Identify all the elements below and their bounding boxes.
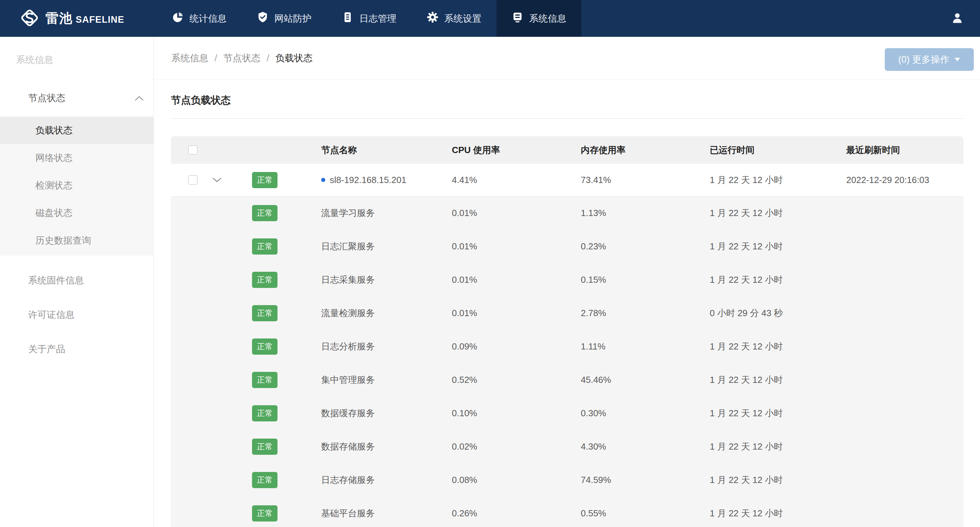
breadcrumb-separator: / bbox=[215, 53, 217, 64]
service-mem: 0.23% bbox=[581, 241, 710, 252]
service-uptime: 1 月 22 天 12 小时 bbox=[710, 207, 846, 219]
service-uptime: 1 月 22 天 12 小时 bbox=[710, 407, 846, 419]
nav-menu: 统计信息 网站防护 日志管理 bbox=[157, 0, 581, 37]
expand-toggle[interactable] bbox=[210, 177, 224, 183]
service-row: 正常 日志分析服务 0.09% 1.11% 1 月 22 天 12 小时 bbox=[171, 330, 964, 363]
breadcrumb-separator: / bbox=[267, 53, 270, 64]
service-name: 数据存储服务 bbox=[321, 441, 452, 453]
nav-item-statistics[interactable]: 统计信息 bbox=[157, 0, 242, 37]
service-name: 日志汇聚服务 bbox=[321, 240, 452, 253]
service-uptime: 1 月 22 天 12 小时 bbox=[710, 507, 846, 519]
service-uptime: 1 月 22 天 12 小时 bbox=[710, 274, 846, 286]
status-badge: 正常 bbox=[252, 205, 277, 221]
service-name: 数据缓存服务 bbox=[321, 407, 452, 419]
chevron-up-icon bbox=[135, 93, 144, 103]
service-uptime: 1 月 22 天 12 小时 bbox=[710, 474, 846, 486]
service-cpu: 0.52% bbox=[452, 375, 581, 385]
page-title: 节点负载状态 bbox=[171, 94, 964, 107]
nav-item-label: 系统设置 bbox=[444, 13, 481, 25]
nav-item-label: 日志管理 bbox=[360, 13, 396, 25]
sidebar-subitem[interactable]: 负载状态 bbox=[0, 116, 153, 144]
service-cpu: 0.08% bbox=[452, 475, 581, 486]
service-uptime: 1 月 22 天 12 小时 bbox=[710, 341, 846, 353]
service-cpu: 0.01% bbox=[452, 308, 581, 318]
breadcrumb-current: 负载状态 bbox=[275, 52, 313, 64]
service-uptime: 1 月 22 天 12 小时 bbox=[710, 441, 846, 453]
sidebar-group-node-status[interactable]: 节点状态 bbox=[0, 88, 153, 108]
system-monitor-icon bbox=[512, 11, 523, 25]
sidebar-subitem[interactable]: 历史数据查询 bbox=[0, 227, 153, 254]
node-load-table: 节点名称 CPU 使用率 内存使用率 已运行时间 最近刷新时间 正常 bbox=[171, 136, 964, 527]
content-body: 节点负载状态 节点名称 CPU 使用率 内存使用率 已运行时间 最近刷新时间 bbox=[154, 94, 980, 527]
node-row-checkbox[interactable] bbox=[188, 175, 198, 185]
status-badge: 正常 bbox=[252, 439, 277, 455]
service-name: 基础平台服务 bbox=[321, 507, 452, 519]
service-mem: 0.15% bbox=[581, 274, 710, 285]
service-name: 日志分析服务 bbox=[321, 341, 452, 353]
service-mem: 4.30% bbox=[581, 441, 710, 452]
node-online-dot bbox=[321, 178, 325, 182]
column-header-uptime: 已运行时间 bbox=[710, 144, 846, 156]
service-uptime: 0 小时 29 分 43 秒 bbox=[710, 307, 846, 319]
sidebar-subitem[interactable]: 检测状态 bbox=[0, 172, 153, 199]
sidebar: 系统信息 节点状态 负载状态网络状态检测状态磁盘状态历史数据查询 系统固件信息 … bbox=[0, 37, 154, 527]
select-all-checkbox[interactable] bbox=[188, 145, 198, 155]
nav-item-system-info[interactable]: 系统信息 bbox=[496, 0, 581, 37]
node-cpu: 4.41% bbox=[452, 175, 581, 185]
node-row[interactable]: 正常 sl8-192.168.15.201 4.41% 73.41% 1 月 2… bbox=[171, 164, 964, 196]
more-actions-label: (0) 更多操作 bbox=[898, 53, 950, 66]
service-name: 流量学习服务 bbox=[321, 207, 452, 219]
sidebar-item-license[interactable]: 许可证信息 bbox=[0, 305, 153, 325]
service-name: 日志存储服务 bbox=[321, 474, 452, 486]
service-cpu: 0.10% bbox=[452, 408, 581, 419]
service-row: 正常 日志存储服务 0.08% 74.59% 1 月 22 天 12 小时 bbox=[171, 463, 964, 497]
more-actions-button[interactable]: (0) 更多操作 bbox=[885, 48, 974, 71]
column-header-name: 节点名称 bbox=[321, 144, 452, 156]
safeline-logo-icon bbox=[20, 8, 39, 29]
nav-item-logs[interactable]: 日志管理 bbox=[327, 0, 412, 37]
node-refreshed: 2022-12-29 20:16:03 bbox=[846, 175, 946, 185]
service-cpu: 0.01% bbox=[452, 208, 581, 218]
sidebar-subitem[interactable]: 磁盘状态 bbox=[0, 199, 153, 227]
column-header-cpu: CPU 使用率 bbox=[452, 144, 581, 156]
nav-item-label: 系统信息 bbox=[529, 13, 566, 25]
sidebar-item-firmware[interactable]: 系统固件信息 bbox=[0, 271, 153, 290]
service-name: 日志采集服务 bbox=[321, 274, 452, 286]
gear-icon bbox=[427, 11, 438, 25]
top-navbar: 雷池 SAFELINE 统计信息 网站防护 bbox=[0, 0, 980, 37]
service-row: 正常 数据存储服务 0.02% 4.30% 1 月 22 天 12 小时 bbox=[171, 430, 964, 463]
sidebar-section-label: 系统信息 bbox=[0, 51, 153, 68]
section-divider bbox=[171, 118, 964, 119]
user-menu-button[interactable] bbox=[951, 12, 964, 25]
brand: 雷池 SAFELINE bbox=[0, 0, 153, 37]
service-name: 集中管理服务 bbox=[321, 374, 452, 386]
nav-item-settings[interactable]: 系统设置 bbox=[412, 0, 496, 37]
status-badge: 正常 bbox=[252, 505, 277, 522]
breadcrumb-system-info[interactable]: 系统信息 bbox=[171, 52, 208, 64]
status-badge: 正常 bbox=[252, 405, 277, 421]
service-mem: 0.30% bbox=[581, 408, 710, 419]
nav-item-protection[interactable]: 网站防护 bbox=[242, 0, 327, 37]
user-icon bbox=[951, 12, 964, 25]
service-row: 正常 流量学习服务 0.01% 1.13% 1 月 22 天 12 小时 bbox=[171, 196, 964, 230]
service-mem: 1.11% bbox=[581, 341, 710, 352]
service-row: 正常 流量检测服务 0.01% 2.78% 0 小时 29 分 43 秒 bbox=[171, 296, 964, 330]
status-badge: 正常 bbox=[252, 472, 277, 488]
service-row: 正常 日志采集服务 0.01% 0.15% 1 月 22 天 12 小时 bbox=[171, 263, 964, 296]
sidebar-group-label: 节点状态 bbox=[28, 92, 65, 104]
sidebar-subitem[interactable]: 网络状态 bbox=[0, 144, 153, 172]
status-badge: 正常 bbox=[252, 305, 277, 321]
service-uptime: 1 月 22 天 12 小时 bbox=[710, 374, 846, 386]
breadcrumb-bar: 系统信息 / 节点状态 / 负载状态 (0) 更多操作 bbox=[154, 37, 980, 80]
status-badge: 正常 bbox=[252, 339, 277, 355]
sidebar-submenu: 负载状态网络状态检测状态磁盘状态历史数据查询 bbox=[0, 116, 153, 256]
table-header-row: 节点名称 CPU 使用率 内存使用率 已运行时间 最近刷新时间 bbox=[171, 136, 964, 164]
service-row: 正常 基础平台服务 0.26% 0.55% 1 月 22 天 12 小时 bbox=[171, 497, 964, 527]
brand-name-cn: 雷池 bbox=[45, 10, 73, 27]
sidebar-item-about[interactable]: 关于产品 bbox=[0, 339, 153, 359]
column-header-refreshed: 最近刷新时间 bbox=[846, 144, 946, 156]
brand-name-en: SAFELINE bbox=[76, 14, 124, 25]
service-cpu: 0.01% bbox=[452, 241, 581, 252]
breadcrumb-node-status[interactable]: 节点状态 bbox=[224, 52, 261, 64]
service-uptime: 1 月 22 天 12 小时 bbox=[710, 240, 846, 253]
